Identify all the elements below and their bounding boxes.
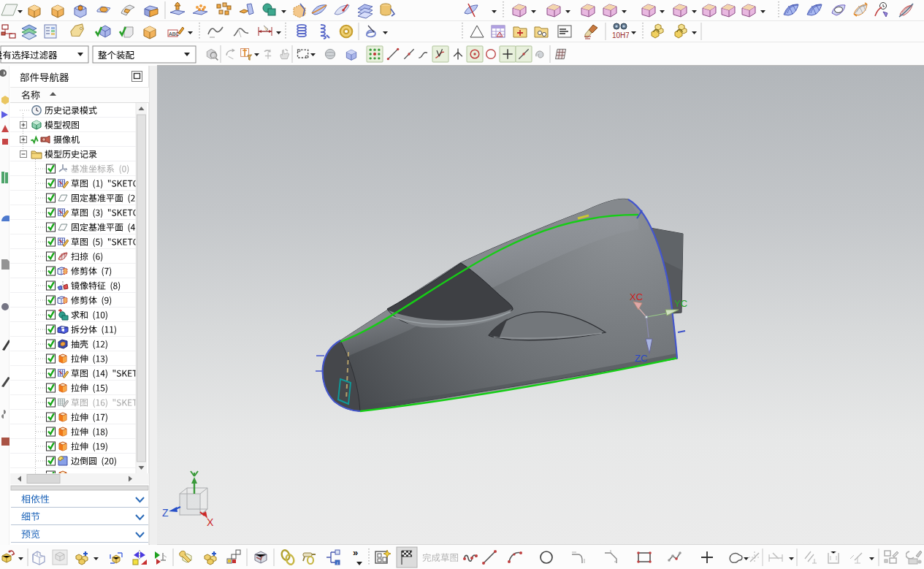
svg-text:ZC: ZC xyxy=(635,353,647,364)
svg-text:»: » xyxy=(353,547,358,558)
svg-text:Z: Z xyxy=(162,507,169,519)
svg-text:X: X xyxy=(207,516,214,528)
svg-text:XC: XC xyxy=(630,291,643,302)
svg-text:YC: YC xyxy=(674,298,687,309)
